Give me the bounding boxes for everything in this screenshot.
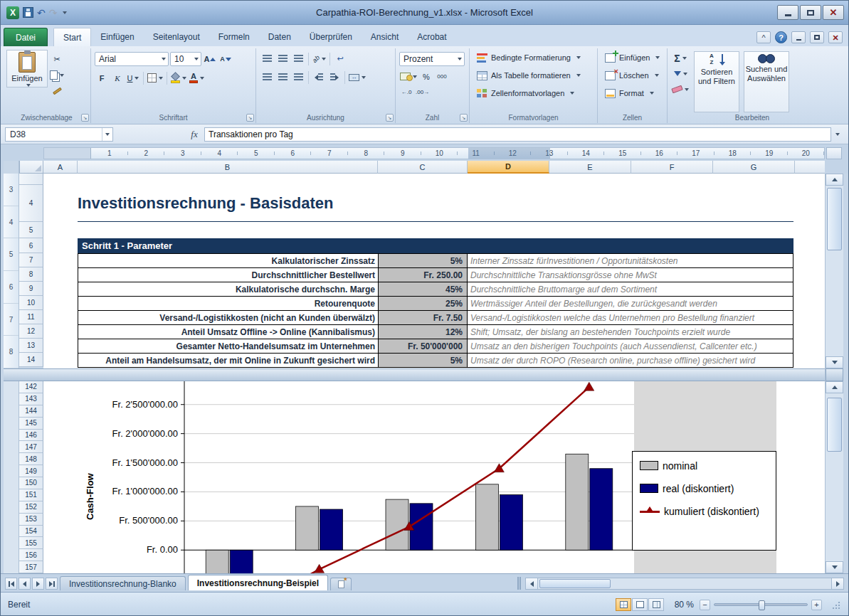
align-middle-button[interactable] (275, 52, 290, 65)
workbook-close-button[interactable]: ✕ (828, 31, 843, 43)
styles-button-2[interactable]: Als Tabelle formatieren (473, 68, 594, 83)
excel-app-icon[interactable]: X (6, 6, 19, 19)
row-header-151[interactable]: 151 (19, 489, 43, 501)
row-header-5[interactable]: 5 (19, 222, 43, 238)
row-header-156[interactable]: 156 (19, 549, 43, 561)
vertical-scrollbar-top[interactable] (826, 174, 843, 368)
row-header-10[interactable]: 10 (19, 296, 43, 310)
row-header-14[interactable]: 14 (19, 353, 43, 367)
ribbon-tab-einfgen[interactable]: Einfügen (91, 28, 143, 46)
sheet-tab-1[interactable]: Investitionsrechnung-Blanko (60, 576, 186, 590)
font-name-select[interactable]: Arial (95, 52, 169, 66)
row-header-8[interactable]: 8 (19, 267, 43, 282)
cash-flow-chart-object[interactable]: Fr. 2'500'000.00Fr. 2'000'000.00Fr. 1'50… (79, 381, 776, 573)
file-tab[interactable]: Datei (4, 28, 48, 46)
grow-font-button[interactable]: A (203, 53, 217, 66)
parameter-value[interactable]: Fr. 7.50 (378, 311, 468, 324)
copy-button[interactable] (49, 68, 65, 82)
ribbon-tab-formeln[interactable]: Formeln (209, 28, 259, 46)
parameter-value[interactable]: Fr. 250.00 (378, 268, 468, 282)
previous-sheet-button[interactable] (19, 578, 31, 590)
font-dialog-launcher-icon[interactable]: ↘ (246, 114, 254, 122)
zoom-in-button[interactable]: + (811, 600, 822, 610)
horizontal-scrollbar[interactable] (525, 578, 844, 590)
parameter-description[interactable]: Durchschnittliche Transaktionsgrösse ohn… (468, 268, 793, 282)
row-header-149[interactable]: 149 (19, 465, 43, 477)
restore-button[interactable] (800, 5, 821, 20)
borders-button[interactable] (147, 71, 164, 85)
scroll-up-button-lower[interactable] (826, 381, 843, 393)
chart-legend[interactable]: nominalreal (diskontiert)kumuliert (disk… (632, 451, 776, 551)
parameter-description[interactable]: Durchschnittliche Bruttomarge auf dem So… (468, 282, 793, 296)
row-header-154[interactable]: 154 (19, 526, 43, 538)
parameter-label[interactable]: Anteil Umsatz Offline -> Online (Kanniba… (78, 325, 378, 339)
decrease-indent-button[interactable] (312, 70, 326, 84)
undo-icon[interactable]: ↶ (37, 8, 46, 18)
parameter-label[interactable]: Retourenquote (78, 297, 378, 310)
scroll-down-button-lower[interactable] (826, 561, 843, 573)
insert-function-button[interactable]: fx (184, 129, 204, 140)
row-header-12[interactable]: 12 (19, 324, 43, 339)
row-header-142[interactable]: 142 (19, 381, 43, 393)
cells-top-pane[interactable]: Investitionsrechnung - Basisdaten Schrit… (43, 174, 825, 368)
formula-input[interactable]: Transaktionen pro Tag (204, 127, 831, 142)
save-icon[interactable] (23, 7, 33, 18)
row-header-150[interactable]: 150 (19, 477, 43, 489)
ribbon-tab-berprfen[interactable]: Überprüfen (300, 28, 362, 46)
parameter-label[interactable]: Kalkulatorischer Zinssatz (78, 254, 378, 267)
parameter-value[interactable]: Fr. 50'000'000 (378, 339, 468, 353)
parameter-label[interactable]: Versand-/Logistikkosten (nicht an Kunden… (78, 311, 378, 324)
tab-split-handle[interactable] (517, 577, 521, 590)
ribbon-tab-start[interactable]: Start (53, 28, 91, 46)
zoom-track[interactable] (714, 603, 808, 606)
parameter-description[interactable]: Wertmässiger Anteil der Bestellungen, di… (468, 297, 793, 310)
parameter-description[interactable]: Versand-/Logistikkosten welche das Unter… (468, 311, 793, 324)
column-header-b[interactable]: B (78, 161, 378, 174)
italic-button[interactable]: K (110, 71, 125, 85)
row-header-152[interactable]: 152 (19, 501, 43, 514)
column-header-c[interactable]: C (378, 161, 468, 174)
styles-button-3[interactable]: Zellenformatvorlagen (473, 85, 594, 101)
align-right-button[interactable] (291, 70, 305, 84)
alignment-dialog-launcher-icon[interactable]: ↘ (386, 114, 394, 122)
name-box[interactable]: D38 (5, 127, 113, 142)
parameter-description[interactable]: Umsatz der durch ROPO (Research online, … (468, 354, 793, 367)
section-header-cell[interactable]: Schritt 1 - Parameter (78, 238, 793, 253)
cells-button-2[interactable]: Löschen (601, 68, 663, 83)
parameter-description[interactable]: Interner Zinssatz fürInvestitionen / Opp… (468, 254, 793, 267)
column-header-d[interactable]: D (468, 161, 549, 174)
resize-grip[interactable] (830, 600, 841, 610)
zoom-out-button[interactable]: − (700, 600, 710, 610)
align-left-button[interactable] (260, 70, 274, 84)
row-header-6[interactable]: 6 (19, 238, 43, 253)
scrollbar-split-box[interactable] (826, 368, 843, 381)
percent-style-button[interactable]: % (419, 70, 433, 83)
align-center-button[interactable] (275, 70, 290, 84)
fill-button[interactable] (671, 67, 690, 80)
parameter-label[interactable]: Anteil am Handelsumsatz, der mit Online … (78, 354, 378, 367)
sheet-title-cell[interactable]: Investitionsrechnung - Basisdaten (78, 185, 793, 222)
underline-button[interactable]: U (126, 71, 140, 85)
wrap-text-button[interactable]: ↩ (333, 52, 347, 65)
decrease-decimal-button[interactable]: .00→ (415, 85, 430, 99)
ribbon-tab-seitenlayout[interactable]: Seitenlayout (144, 28, 209, 46)
minimize-button[interactable] (777, 5, 798, 20)
row-header-145[interactable]: 145 (19, 418, 43, 430)
row-header-4[interactable]: 4 (19, 185, 43, 222)
column-header-e[interactable]: E (549, 161, 631, 174)
cut-button[interactable]: ✂ (49, 53, 65, 66)
first-sheet-button[interactable] (5, 578, 17, 590)
font-color-button[interactable]: A (189, 71, 205, 85)
row-header-143[interactable]: 143 (19, 393, 43, 405)
row-header-13[interactable]: 13 (19, 339, 43, 353)
scroll-left-button[interactable] (526, 578, 538, 589)
redo-icon[interactable]: ↷ (49, 8, 58, 18)
font-size-select[interactable]: 10 (170, 52, 201, 66)
accounting-format-button[interactable] (399, 70, 418, 83)
sort-filter-button[interactable]: AZ Sortieren und Filtern (694, 51, 739, 112)
align-bottom-button[interactable] (291, 52, 305, 65)
insert-worksheet-button[interactable] (330, 578, 352, 590)
workbook-restore-button[interactable] (810, 31, 824, 43)
parameter-value[interactable]: 12% (378, 325, 468, 339)
merge-center-button[interactable]: ↔ (348, 70, 367, 84)
